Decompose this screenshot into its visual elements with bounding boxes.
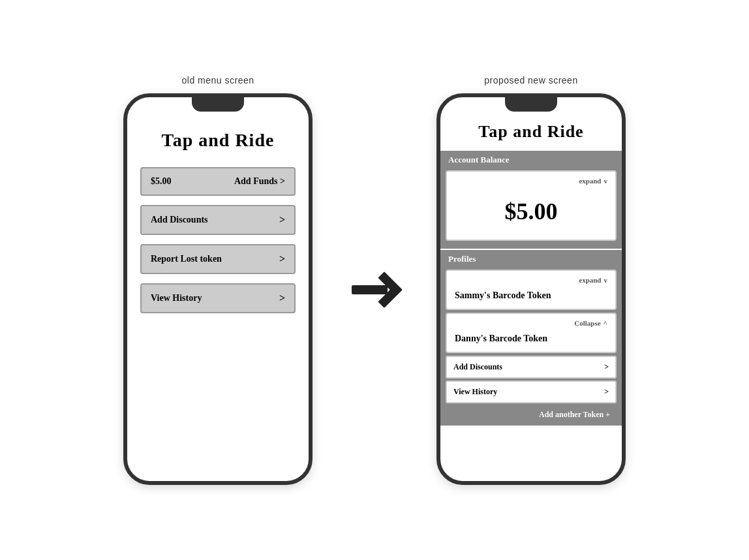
view-history-arrow: > xyxy=(279,292,285,304)
add-discounts-menu-item[interactable]: Add Discounts > xyxy=(140,205,296,235)
sammy-expand-row[interactable]: expand v xyxy=(455,276,607,284)
old-phone-notch xyxy=(192,97,244,112)
new-phone-wrapper: proposed new screen Tap and Ride Account… xyxy=(436,75,626,485)
balance-expand-label: expand xyxy=(579,177,601,185)
old-phone-screen: Tap and Ride $5.00 Add Funds > Add Disco… xyxy=(127,97,309,481)
balance-amount-label: $5.00 xyxy=(151,176,172,187)
new-add-discounts-label: Add Discounts xyxy=(453,362,502,372)
balance-expand-icon: v xyxy=(604,177,608,185)
balance-card: expand v $5.00 xyxy=(446,170,617,241)
old-phone-label: old menu screen xyxy=(181,75,254,86)
new-view-history-arrow: > xyxy=(604,387,609,397)
sammy-card: expand v Sammy's Barcode Token xyxy=(446,270,617,310)
new-phone: Tap and Ride Account Balance expand v $5… xyxy=(436,93,626,485)
new-phone-screen: Tap and Ride Account Balance expand v $5… xyxy=(440,97,622,481)
view-history-menu-item[interactable]: View History > xyxy=(140,283,296,313)
report-lost-menu-item[interactable]: Report Lost token > xyxy=(140,244,296,274)
old-app-title: Tap and Ride xyxy=(127,117,309,167)
new-phone-notch xyxy=(505,97,557,112)
balance-menu-item[interactable]: $5.00 Add Funds > xyxy=(140,167,296,196)
new-view-history-row[interactable]: View History > xyxy=(446,381,617,403)
old-menu-list: $5.00 Add Funds > Add Discounts > Report… xyxy=(127,167,309,313)
account-balance-section: Account Balance expand v $5.00 xyxy=(440,151,622,249)
report-lost-arrow: > xyxy=(279,253,285,265)
add-funds-label: Add Funds > xyxy=(234,176,285,187)
add-discounts-arrow: > xyxy=(279,214,285,226)
danny-expand-label: Collapse xyxy=(574,319,600,327)
danny-expand-icon: ^ xyxy=(604,319,607,327)
profiles-section: Profiles expand v Sammy's Barcode Token xyxy=(440,250,622,426)
report-lost-label: Report Lost token xyxy=(151,254,222,264)
sammy-expand-label: expand xyxy=(579,276,601,284)
add-discounts-label: Add Discounts xyxy=(151,215,208,225)
sammy-name: Sammy's Barcode Token xyxy=(455,288,607,303)
old-phone: Tap and Ride $5.00 Add Funds > Add Disco… xyxy=(123,93,313,485)
view-history-label: View History xyxy=(151,293,202,303)
new-app-title: Tap and Ride xyxy=(440,116,622,151)
balance-expand-row[interactable]: expand v xyxy=(455,177,607,185)
add-token-label: Add another Token + xyxy=(539,410,610,419)
page-container: old menu screen Tap and Ride $5.00 Add F… xyxy=(0,0,749,560)
danny-expand-row[interactable]: Collapse ^ xyxy=(455,319,607,327)
profiles-header: Profiles xyxy=(440,250,622,268)
new-phone-label: proposed new screen xyxy=(484,75,577,86)
old-phone-wrapper: old menu screen Tap and Ride $5.00 Add F… xyxy=(123,75,313,485)
balance-display: $5.00 xyxy=(455,189,607,234)
new-view-history-label: View History xyxy=(453,387,497,397)
new-add-discounts-arrow: > xyxy=(604,362,609,372)
account-balance-body: expand v $5.00 xyxy=(440,169,622,249)
account-balance-header: Account Balance xyxy=(440,151,622,169)
new-add-discounts-row[interactable]: Add Discounts > xyxy=(446,356,617,379)
sammy-expand-icon: v xyxy=(604,276,608,284)
right-arrow-icon xyxy=(352,273,397,306)
danny-card: Collapse ^ Danny's Barcode Token xyxy=(446,313,617,353)
danny-name: Danny's Barcode Token xyxy=(455,331,607,347)
arrow-container xyxy=(352,273,397,306)
profiles-body: expand v Sammy's Barcode Token Collapse … xyxy=(440,268,622,426)
add-token-row[interactable]: Add another Token + xyxy=(446,405,617,423)
